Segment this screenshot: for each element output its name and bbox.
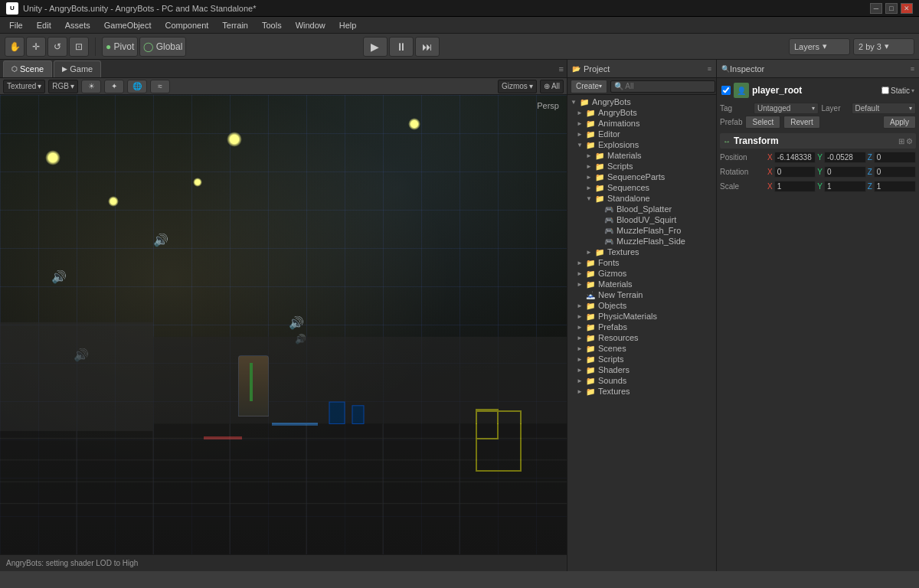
tree-item-gizmos[interactable]: ► 📁 Gizmos xyxy=(567,268,716,279)
tree-item-objects[interactable]: ► 📁 Objects xyxy=(567,300,716,311)
tree-item-fonts[interactable]: ► 📁 Fonts xyxy=(567,257,716,268)
project-title: Project xyxy=(584,64,610,74)
tree-item-textures[interactable]: ► 📁 Textures xyxy=(567,386,716,397)
pause-button[interactable]: ⏸ xyxy=(389,37,414,57)
pos-z-input[interactable] xyxy=(874,152,916,163)
tree-item-angrybots[interactable]: ► 📁 AngryBots xyxy=(567,107,716,118)
view-mode-dropdown[interactable]: Textured ▾ xyxy=(3,80,45,93)
pos-y-input[interactable] xyxy=(824,152,866,163)
select-button[interactable]: Select xyxy=(745,116,780,129)
menu-component[interactable]: Component xyxy=(159,19,214,31)
tag-dropdown[interactable]: Untagged▾ xyxy=(754,103,819,114)
create-button[interactable]: Create ▾ xyxy=(571,80,607,93)
tree-item-physicmaterials[interactable]: ► 📁 PhysicMaterials xyxy=(567,311,716,322)
apply-button[interactable]: Apply xyxy=(883,116,916,129)
window-controls[interactable]: ─ □ ✕ xyxy=(870,3,913,14)
sky-toggle[interactable]: 🌐 xyxy=(127,80,147,93)
play-button[interactable]: ▶ xyxy=(363,37,388,57)
tree-item-new-terrain[interactable]: 🗻 New Terrain xyxy=(567,289,716,300)
move-tool[interactable]: ✛ xyxy=(26,37,46,57)
gizmos-dropdown[interactable]: Gizmos ▾ xyxy=(498,80,537,93)
layout-dropdown[interactable]: 2 by 3 ▾ xyxy=(853,38,914,55)
tree-item-resources[interactable]: ► 📁 Resources xyxy=(567,332,716,343)
rot-x-group: X xyxy=(767,166,816,178)
perspective-label: Persp xyxy=(537,101,559,110)
pos-x-input[interactable] xyxy=(774,152,816,163)
scale-z-input[interactable] xyxy=(874,181,916,192)
window-title: Unity - AngryBots.unity - AngryBots - PC… xyxy=(23,4,256,13)
tree-item-standalone[interactable]: ▼ 📁 Standalone xyxy=(567,193,716,204)
tree-item-shaders[interactable]: ► 📁 Shaders xyxy=(567,364,716,375)
menu-help[interactable]: Help xyxy=(333,19,363,31)
tree-item-sounds[interactable]: ► 📁 Sounds xyxy=(567,375,716,386)
inspector-menu-icon[interactable]: ≡ xyxy=(911,65,914,73)
sun-toggle[interactable]: ☀ xyxy=(81,80,101,93)
speaker-gizmo-2: 🔊 xyxy=(51,270,67,284)
position-group: Position X Y Z xyxy=(720,152,916,163)
menu-file[interactable]: File xyxy=(3,19,29,31)
global-button[interactable]: ◯ Global xyxy=(139,37,186,57)
static-checkbox[interactable] xyxy=(881,87,889,94)
scale-tool[interactable]: ⊡ xyxy=(69,37,89,57)
tree-item-scenes[interactable]: ► 📁 Scenes xyxy=(567,343,716,354)
menu-terrain[interactable]: Terrain xyxy=(216,19,254,31)
project-menu-icon[interactable]: ≡ xyxy=(708,65,711,73)
rot-z-input[interactable] xyxy=(874,166,916,178)
tree-item-prefabs[interactable]: ► 📁 Prefabs xyxy=(567,322,716,332)
prefab-row: Prefab Select Revert Apply xyxy=(720,116,916,129)
tree-item-materials-exp[interactable]: ► 📁 Materials xyxy=(567,150,716,161)
menu-tools[interactable]: Tools xyxy=(256,19,288,31)
tree-label: New Terrain xyxy=(598,290,643,299)
menu-edit[interactable]: Edit xyxy=(31,19,57,31)
component-expand-icon[interactable]: ⊞ xyxy=(898,137,904,145)
maximize-button[interactable]: □ xyxy=(885,3,898,14)
tree-item-sequences[interactable]: ► 📁 Sequences xyxy=(567,182,716,193)
tree-item-textures-exp[interactable]: ► 📁 Textures xyxy=(567,247,716,257)
tree-item-muzzleflash-side[interactable]: 🎮 MuzzleFlash_Side xyxy=(567,236,716,247)
fx-toggle[interactable]: ✦ xyxy=(104,80,124,93)
tree-item-bloodyuv[interactable]: 🎮 BloodUV_Squirt xyxy=(567,214,716,225)
minimize-button[interactable]: ─ xyxy=(870,3,882,14)
hand-tool[interactable]: ✋ xyxy=(5,37,25,57)
menu-gameobject[interactable]: GameObject xyxy=(98,19,158,31)
rotate-tool[interactable]: ↺ xyxy=(47,37,67,57)
step-button[interactable]: ⏭ xyxy=(415,37,440,57)
menu-window[interactable]: Window xyxy=(289,19,332,31)
tree-item-angrybots-root[interactable]: ▼ 📁 AngryBots xyxy=(567,96,716,107)
right-panels: 📂 Project ≡ Create ▾ ▼ 📁 AngryBots xyxy=(567,60,919,571)
tree-item-muzzleflash-fro[interactable]: 🎮 MuzzleFlash_Fro xyxy=(567,225,716,236)
component-settings-icon[interactable]: ⚙ xyxy=(906,137,913,145)
rot-y-input[interactable] xyxy=(824,166,866,178)
tree-item-explosions[interactable]: ▼ 📁 Explosions xyxy=(567,139,716,150)
project-search[interactable] xyxy=(610,80,715,93)
pivot-button[interactable]: ● Pivot xyxy=(102,37,138,57)
tree-item-scripts[interactable]: ► 📁 Scripts xyxy=(567,354,716,364)
revert-button[interactable]: Revert xyxy=(783,116,819,129)
pos-y-group: Y xyxy=(817,152,865,163)
close-button[interactable]: ✕ xyxy=(901,3,913,14)
tree-item-sequenceparts[interactable]: ► 📁 SequenceParts xyxy=(567,172,716,182)
fog-toggle[interactable]: ≈ xyxy=(150,80,170,93)
rot-x-input[interactable] xyxy=(774,166,816,178)
layer-dropdown[interactable]: Default▾ xyxy=(852,103,917,114)
tab-scene[interactable]: ⬡ Scene xyxy=(3,60,52,77)
tab-game[interactable]: ▶ Game xyxy=(54,60,101,77)
all-dropdown[interactable]: ⊕All xyxy=(540,80,564,93)
menu-assets[interactable]: Assets xyxy=(59,19,96,31)
layers-dropdown[interactable]: Layers ▾ xyxy=(789,38,850,55)
tree-label: Sounds xyxy=(598,376,626,385)
tree-item-scripts-exp[interactable]: ► 📁 Scripts xyxy=(567,161,716,172)
scale-x-input[interactable] xyxy=(774,181,816,192)
tree-item-blood-splatter[interactable]: 🎮 Blood_Splatter xyxy=(567,204,716,214)
object-active-toggle[interactable] xyxy=(721,86,731,95)
tree-item-animations[interactable]: ► 📁 Animations xyxy=(567,118,716,129)
tree-label: MuzzleFlash_Side xyxy=(616,237,685,246)
scale-label: Scale xyxy=(720,181,766,192)
scale-y-input[interactable] xyxy=(824,181,866,192)
transform-component-header[interactable]: ↔ Transform ⊞ ⚙ xyxy=(720,133,916,149)
tree-item-editor[interactable]: ► 📁 Editor xyxy=(567,129,716,139)
tree-label: Shaders xyxy=(598,365,630,374)
tree-item-materials[interactable]: ► 📁 Materials xyxy=(567,279,716,289)
color-mode-dropdown[interactable]: RGB ▾ xyxy=(48,80,78,93)
scene-viewport[interactable]: 🔊 🔊 🔊 🔊 🔊 Persp xyxy=(0,95,567,554)
